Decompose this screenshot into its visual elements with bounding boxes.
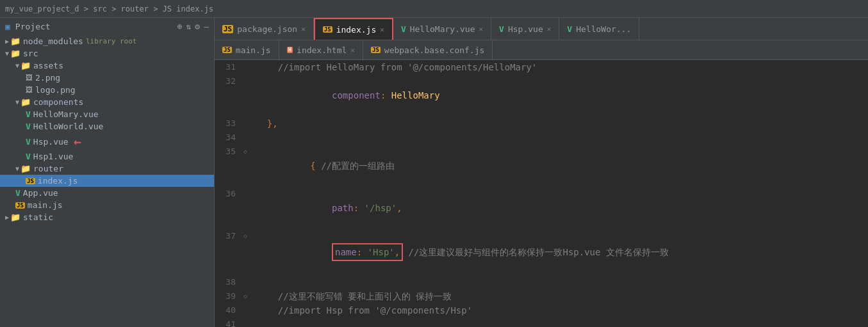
code-line-32: 32 component: HelloMary	[215, 74, 868, 116]
sidebar-item-hsp[interactable]: V Hsp.vue ←	[0, 132, 214, 150]
line-number-37: 37	[215, 229, 243, 243]
sidebar-item-appvue[interactable]: V App.vue	[0, 187, 214, 199]
sidebar-item-src[interactable]: ▼ 📁 src	[0, 47, 214, 60]
sidebar-label-2png: 2.png	[35, 73, 60, 83]
chevron-right-icon: ▶	[5, 38, 9, 45]
code-line-40: 40 //import Hsp from '@/components/Hsp'	[215, 303, 868, 317]
sidebar-item-logopng[interactable]: 🖼 logo.png	[0, 84, 214, 96]
minus-icon[interactable]: —	[204, 22, 209, 31]
code-line-33: 33 },	[215, 116, 868, 131]
tab-hellomary[interactable]: V HelloMary.vue ✕	[393, 18, 491, 40]
code-line-39: 39 ◇ //这里不能写错 要和上面引入的 保持一致	[215, 289, 868, 303]
folder-icon: 📁	[20, 97, 31, 107]
settings-icon[interactable]: ⚙	[195, 22, 200, 31]
js-icon: JS	[26, 178, 35, 184]
sidebar-label-mainjs: main.js	[28, 200, 63, 210]
code-content-41: component: Hsp	[256, 317, 868, 327]
tab-packagejson[interactable]: JS package.json ✕	[215, 18, 314, 40]
code-content-40: //import Hsp from '@/components/Hsp'	[256, 303, 868, 317]
line-number-39: 39	[215, 289, 243, 303]
vue-icon: V	[26, 137, 31, 147]
sidebar-item-assets[interactable]: ▼ 📁 assets	[0, 60, 214, 72]
code-content-35: { //配置的一组路由	[256, 145, 868, 187]
tab-webpackbaseconf[interactable]: JS webpack.base.conf.js	[363, 40, 493, 60]
add-icon[interactable]: ⊕	[177, 22, 183, 31]
line-number-38: 38	[215, 275, 243, 289]
sidebar-item-helloworld[interactable]: V HelloWorld.vue	[0, 120, 214, 132]
js-icon: JS	[15, 202, 25, 209]
code-line-35: 35 ◇ { //配置的一组路由	[215, 145, 868, 187]
line-number-31: 31	[215, 60, 243, 74]
json-icon: JS	[222, 25, 233, 33]
tab-indexjs[interactable]: JS index.js ✕	[314, 18, 393, 40]
code-content-37: name: 'Hsp', //这里建议最好与组件的名称保持一致Hsp.vue 文…	[256, 229, 868, 275]
sidebar-label-src: src	[23, 49, 38, 58]
tab-close-hspvue[interactable]: ✕	[547, 25, 552, 33]
sync-icon[interactable]: ⇅	[186, 22, 192, 31]
vue-tab-icon: V	[499, 24, 504, 34]
folder-icon: 📁	[20, 164, 31, 173]
sidebar-label-appvue: App.vue	[23, 188, 58, 198]
library-root-label: library root	[86, 37, 136, 45]
js-tab-icon: JS	[323, 26, 332, 33]
red-arrow-icon: ←	[74, 134, 81, 149]
sidebar-item-hellomary[interactable]: V HelloMary.vue	[0, 108, 214, 120]
code-line-34: 34	[215, 131, 868, 145]
project-icon: ▣	[5, 22, 10, 31]
tab-close-packagejson[interactable]: ✕	[301, 25, 306, 33]
vue-tab-icon: V	[567, 24, 572, 34]
tab-hspvue[interactable]: V Hsp.vue ✕	[491, 18, 559, 40]
js-icon: JS	[222, 47, 232, 53]
sidebar-label-components: components	[33, 97, 83, 107]
line-number-33: 33	[215, 116, 243, 131]
folder-icon: 📁	[10, 36, 20, 46]
editor-area: JS package.json ✕ JS index.js ✕ V HelloM…	[215, 18, 868, 327]
tab-label-packagejson: package.json	[237, 24, 297, 34]
code-line-38: 38	[215, 275, 868, 289]
sidebar-item-indexjs[interactable]: JS index.js	[0, 175, 214, 187]
code-line-36: 36 path: '/hsp',	[215, 187, 868, 229]
sidebar-item-hsp1[interactable]: V Hsp1.vue	[0, 150, 214, 163]
tab-label-mainjs: main.js	[236, 45, 271, 55]
sidebar-item-2png[interactable]: 🖼 2.png	[0, 72, 214, 84]
sidebar-item-components[interactable]: ▼ 📁 components	[0, 96, 214, 108]
sidebar-item-node-modules[interactable]: ▶ 📁 node_modules library root	[0, 35, 214, 47]
code-line-37: 37 ◇ name: 'Hsp', //这里建议最好与组件的名称保持一致Hsp.…	[215, 229, 868, 275]
tab-indexhtml[interactable]: H index.html ✕	[279, 40, 363, 60]
chevron-down-icon: ▼	[15, 165, 19, 172]
sidebar-label-router: router	[33, 164, 63, 173]
sidebar-title: Project	[15, 22, 51, 31]
sidebar-header: ▣ Project ⊕ ⇅ ⚙ —	[0, 18, 214, 35]
line-number-35: 35	[215, 145, 243, 159]
sidebar-item-static[interactable]: ▶ 📁 static	[0, 211, 214, 223]
sidebar-item-router[interactable]: ▼ 📁 router	[0, 163, 214, 175]
line-number-40: 40	[215, 303, 243, 317]
code-editor[interactable]: 31 //import HelloMary from '@/components…	[215, 60, 868, 327]
line-number-32: 32	[215, 74, 243, 88]
tab-hellowor[interactable]: V HelloWor...	[559, 18, 639, 40]
code-content-31: //import HelloMary from '@/components/He…	[256, 60, 868, 74]
chevron-down-icon: ▼	[15, 62, 19, 69]
image-icon: 🖼	[26, 86, 33, 94]
title-path: my_vue_project_d > src > router > JS ind…	[5, 4, 213, 13]
folder-icon: 📁	[10, 49, 20, 58]
code-line-31: 31 //import HelloMary from '@/components…	[215, 60, 868, 74]
sidebar: ▣ Project ⊕ ⇅ ⚙ — ▶ 📁 node_modules libra…	[0, 18, 215, 327]
tab-close-indexjs[interactable]: ✕	[380, 26, 384, 34]
sidebar-item-mainjs[interactable]: JS main.js	[0, 199, 214, 211]
sidebar-icons: ⊕ ⇅ ⚙ —	[177, 22, 209, 31]
folder-icon: 📁	[10, 212, 20, 222]
sidebar-label-hsp1: Hsp1.vue	[33, 152, 74, 161]
tab-close-hellomary[interactable]: ✕	[479, 25, 483, 33]
tab-label-hspvue: Hsp.vue	[508, 24, 543, 34]
sidebar-label-logopng: logo.png	[35, 85, 76, 95]
vue-tab-icon: V	[401, 24, 406, 34]
tabs-row-1: JS package.json ✕ JS index.js ✕ V HelloM…	[215, 18, 868, 40]
tab-close-indexhtml[interactable]: ✕	[350, 46, 355, 54]
tab-mainjs[interactable]: JS main.js	[215, 40, 279, 60]
chevron-right-icon: ▶	[5, 214, 9, 221]
line-number-34: 34	[215, 131, 243, 145]
tab-label-indexhtml: index.html	[297, 45, 347, 55]
js-icon: JS	[371, 47, 381, 53]
vue-icon: V	[15, 188, 20, 198]
